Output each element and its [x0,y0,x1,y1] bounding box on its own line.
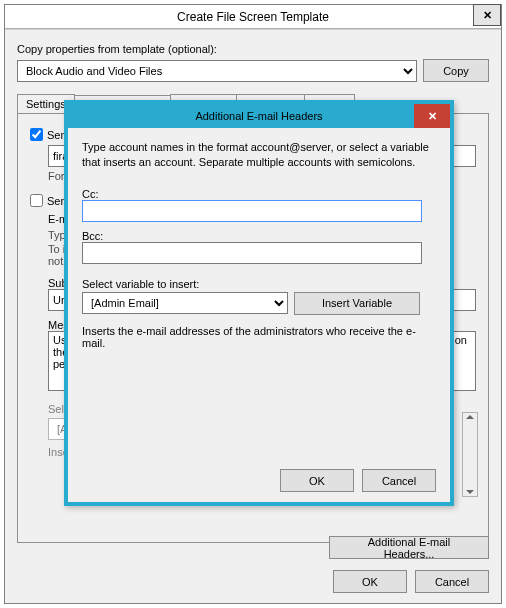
window-ok-button[interactable]: OK [333,570,407,593]
additional-headers-button[interactable]: Additional E-mail Headers... [329,536,489,559]
scroll-up-icon [466,415,474,419]
copy-button[interactable]: Copy [423,59,489,82]
dialog-ok-button[interactable]: OK [280,469,354,492]
cc-label: Cc: [82,188,436,200]
additional-email-headers-dialog: Additional E-mail Headers ✕ Type account… [64,100,454,506]
dialog-cancel-button[interactable]: Cancel [362,469,436,492]
dialog-body: Type account names in the format account… [68,128,450,361]
window-cancel-button[interactable]: Cancel [415,570,489,593]
dialog-insert-variable-button[interactable]: Insert Variable [294,292,420,315]
scroll-down-icon [466,490,474,494]
cc-input[interactable] [82,200,422,222]
copy-properties-label: Copy properties from template (optional)… [17,43,489,55]
window-close-button[interactable]: ✕ [473,4,501,26]
window-title: Create File Screen Template [177,10,329,24]
message-scrollbar[interactable] [462,412,478,497]
dialog-variable-select[interactable]: [Admin Email] [82,292,288,314]
template-select[interactable]: Block Audio and Video Files [17,60,417,82]
send-admin-checkbox[interactable] [30,128,43,141]
close-icon: ✕ [428,110,437,123]
titlebar: Create File Screen Template ✕ [5,5,501,29]
send-user-checkbox[interactable] [30,194,43,207]
dialog-select-label: Select variable to insert: [82,278,436,290]
bcc-input[interactable] [82,242,422,264]
dialog-title: Additional E-mail Headers [195,110,322,122]
bcc-label: Bcc: [82,230,436,242]
dialog-titlebar: Additional E-mail Headers ✕ [68,104,450,128]
dialog-hint: Inserts the e-mail addresses of the admi… [82,325,436,349]
dialog-instruction: Type account names in the format account… [82,140,436,170]
dialog-close-button[interactable]: ✕ [414,104,450,128]
close-icon: ✕ [483,9,492,22]
